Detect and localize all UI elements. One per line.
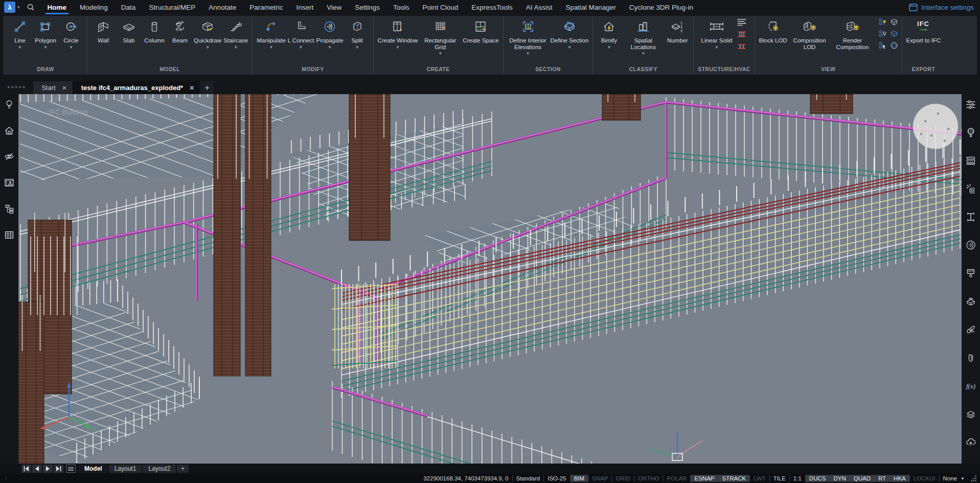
menu-item-settings[interactable]: Settings	[348, 1, 386, 14]
interface-settings-button[interactable]: Interface settings	[909, 4, 980, 11]
ibeam-red-icon[interactable]	[737, 31, 747, 40]
tabbar-drag-handle[interactable]: ●●●●●	[7, 84, 26, 90]
resize-grip-icon[interactable]	[971, 475, 977, 481]
logo-caret-icon[interactable]: ▾	[17, 5, 20, 10]
tool-wall[interactable]: Wall	[92, 18, 115, 50]
tool-propagate[interactable]: Propagate▼	[316, 18, 344, 50]
sheet-icon[interactable]	[966, 324, 976, 337]
menu-item-ai-assist[interactable]: AI Assist	[519, 1, 559, 14]
tool-polygon[interactable]: Polygon▼	[34, 18, 57, 50]
tool-column[interactable]: Column	[143, 18, 166, 50]
eye-off-icon[interactable]	[4, 151, 14, 164]
tool-create-space[interactable]: Create Space	[463, 18, 498, 50]
status-toggle-polar[interactable]: POLAR	[663, 475, 690, 481]
tool-define-interior-elevations[interactable]: Define Interior Elevations▼	[508, 18, 549, 56]
tool-dropdown-caret[interactable]: ▼	[355, 45, 359, 50]
tool-dropdown-caret[interactable]: ▼	[526, 51, 530, 56]
close-tab-icon[interactable]: ✕	[189, 84, 194, 92]
menu-item-view[interactable]: View	[320, 1, 348, 14]
sv-bulb-half-icon[interactable]	[879, 30, 886, 39]
tool-dropdown-caret[interactable]: ▼	[396, 45, 400, 50]
tool-circle[interactable]: Circle▼	[59, 18, 83, 50]
tool-composition-lod[interactable]: Composition LOD	[789, 18, 830, 56]
tool-spatial-locations[interactable]: Spatial Locations▼	[623, 18, 664, 56]
status-toggle-strack[interactable]: STRACK	[718, 475, 749, 482]
tool-dropdown-caret[interactable]: ▼	[607, 45, 611, 50]
tool-define-section[interactable]: Define Section▼	[551, 18, 589, 50]
sv-cube-blue-icon[interactable]	[891, 30, 898, 39]
tool-create-window[interactable]: Create Window▼	[378, 18, 418, 50]
paperclip-icon[interactable]	[966, 353, 976, 365]
table-icon[interactable]	[4, 230, 14, 242]
balloon-icon[interactable]	[966, 127, 976, 140]
sv-bulb-on-icon[interactable]	[879, 18, 886, 28]
statusbar-handle[interactable]: ⁝	[5, 475, 7, 482]
tool-dropdown-caret[interactable]: ▼	[69, 45, 73, 50]
tool-manipulate[interactable]: Manipulate▼	[257, 18, 285, 50]
rail-lines-icon[interactable]	[737, 18, 747, 28]
tool-dropdown-caret[interactable]: ▼	[715, 45, 719, 50]
layout-tab-model[interactable]: Model	[79, 465, 108, 473]
status-toggle-lwt[interactable]: LWT	[750, 475, 769, 481]
status-toggle-rt[interactable]: RT	[875, 475, 890, 482]
beam-red-icon[interactable]	[737, 42, 747, 52]
tool-dropdown-caret[interactable]: ▼	[299, 45, 303, 50]
tool-dropdown-caret[interactable]: ▼	[206, 45, 210, 50]
last-layout-button[interactable]	[54, 465, 63, 473]
menu-item-annotate[interactable]: Annotate	[202, 1, 243, 14]
profile-icon[interactable]	[966, 212, 976, 224]
tool-linear-solid[interactable]: Linear Solid▼	[701, 18, 733, 50]
tool-dropdown-caret[interactable]: ▼	[328, 45, 332, 50]
tool-dropdown-caret[interactable]: ▼	[234, 45, 238, 50]
search-icon[interactable]	[27, 3, 35, 11]
status-toggle-quad[interactable]: QUAD	[850, 475, 874, 482]
status-toggle-snap[interactable]: SNAP	[588, 475, 611, 481]
tool-dropdown-caret[interactable]: ▼	[269, 45, 273, 50]
menu-item-spatial-manager[interactable]: Spatial Manager	[559, 1, 622, 14]
next-layout-button[interactable]	[43, 465, 53, 473]
tool-slab[interactable]: Slab	[117, 18, 141, 50]
sliders-icon[interactable]	[966, 99, 976, 112]
propagate-arc-icon[interactable]	[966, 240, 976, 252]
menu-item-structural-mep[interactable]: Structural/MEP	[142, 1, 202, 14]
sv-cube-icon[interactable]	[891, 18, 898, 28]
viewport-canvas[interactable]: YIFC Building	[18, 94, 962, 464]
tree-icon[interactable]	[4, 204, 14, 216]
tool-dropdown-caret[interactable]: ▼	[641, 51, 645, 56]
cloud-upload-icon[interactable]	[966, 437, 976, 449]
paint-icon[interactable]	[966, 268, 976, 280]
status-toggle-dyn[interactable]: DYN	[830, 475, 849, 482]
tool-bimify[interactable]: Bimify▼	[597, 18, 621, 50]
new-layout-button[interactable]: +	[177, 465, 189, 473]
tool-split[interactable]: Split▼	[346, 18, 369, 50]
tool-rectangular-grid[interactable]: Rectangular Grid▼	[420, 18, 461, 56]
home-icon[interactable]	[4, 125, 14, 138]
composition-icon[interactable]	[966, 156, 976, 168]
status-toggle-iso-25[interactable]: ISO-25	[544, 475, 569, 481]
menu-item-parametric[interactable]: Parametric	[243, 1, 289, 14]
status-toggle-bim[interactable]: BIM	[571, 475, 588, 482]
menu-item-tools[interactable]: Tools	[386, 1, 416, 14]
stamp-icon[interactable]	[966, 296, 976, 309]
layout-list-button[interactable]	[66, 465, 76, 473]
connections-icon[interactable]	[966, 184, 976, 196]
layout-tab-layout2[interactable]: Layout2	[143, 465, 176, 473]
tool-staircase[interactable]: Staircase▼	[223, 18, 248, 50]
tool-l-connect[interactable]: L Connect▼	[288, 18, 314, 50]
new-tab-button[interactable]: +	[200, 81, 214, 94]
layers-icon[interactable]	[966, 409, 976, 421]
menu-item-expresstools[interactable]: ExpressTools	[465, 1, 519, 14]
status-toggle-lockui[interactable]: LOCKUI	[910, 475, 939, 481]
tool-quickdraw[interactable]: Quickdraw▼	[194, 18, 221, 50]
sv-select-icon[interactable]	[879, 42, 886, 51]
status-toggle-hka[interactable]: HKA	[890, 475, 909, 482]
status-toggle-tile[interactable]: TILE	[770, 475, 789, 481]
tool-block-lod[interactable]: Block LOD	[759, 18, 787, 50]
menu-item-home[interactable]: Home	[41, 1, 74, 14]
tool-render-composition[interactable]: Render Composition	[832, 18, 873, 56]
tool-dropdown-caret[interactable]: ▼	[43, 45, 48, 50]
bulb-icon[interactable]	[4, 99, 14, 112]
status-toggle-none[interactable]: None	[940, 475, 961, 481]
status-toggle-ducs[interactable]: DUCS	[806, 475, 830, 482]
status-toggle-1-1[interactable]: 1:1	[790, 475, 805, 481]
